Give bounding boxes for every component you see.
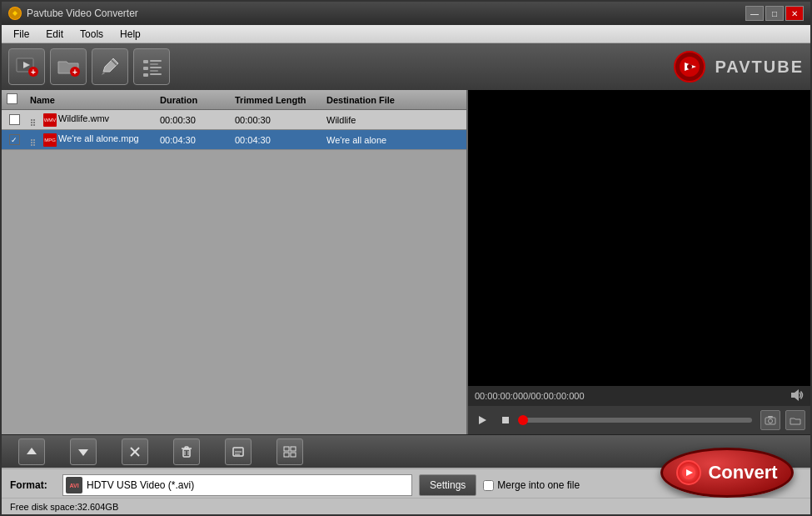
svg-rect-29	[183, 449, 190, 457]
svg-marker-19	[791, 389, 799, 401]
svg-rect-12	[150, 67, 162, 68]
convert-button-label: Convert	[708, 462, 777, 483]
play-button[interactable]	[473, 411, 491, 429]
row-dest-1: Wildlife	[326, 115, 466, 125]
svg-rect-14	[143, 73, 148, 77]
header-check[interactable]	[2, 93, 27, 106]
svg-rect-9	[150, 60, 162, 62]
svg-marker-25	[27, 448, 37, 454]
status-text: Free disk space:32.604GB	[10, 502, 118, 512]
merge-label-text: Merge into one file	[497, 479, 580, 491]
settings-button[interactable]: Settings	[419, 474, 476, 496]
menu-bar: File Edit Tools Help	[2, 25, 810, 43]
format-select[interactable]: HDTV USB Video (*.avi)	[62, 474, 412, 496]
folder-button[interactable]	[785, 410, 805, 430]
progress-thumb[interactable]	[518, 415, 528, 425]
snapshot-button[interactable]	[760, 410, 780, 430]
svg-text:+: +	[72, 68, 77, 77]
row-trimmed-1: 00:00:30	[235, 115, 326, 125]
window-controls: — □ ✕	[745, 6, 804, 21]
row-icon-1	[27, 113, 43, 126]
merge-video-button[interactable]	[276, 438, 303, 465]
remove-button[interactable]	[122, 438, 148, 465]
video-timecode: 00:00:00:000/00:00:00:000	[468, 386, 810, 406]
row-checkbox-2[interactable]: ✓	[2, 134, 27, 145]
svg-point-18	[687, 64, 692, 69]
menu-help[interactable]: Help	[112, 27, 149, 42]
volume-icon[interactable]	[789, 388, 804, 404]
status-bar: Free disk space:32.604GB	[2, 498, 810, 514]
toolbar-buttons: + +	[8, 48, 170, 85]
close-button[interactable]: ✕	[785, 6, 804, 21]
file-list-body: WMVWildlife.wmv 00:00:30 00:00:30 Wildli…	[2, 110, 466, 434]
delete-button[interactable]	[173, 438, 200, 465]
row-duration-1: 00:00:30	[160, 115, 235, 125]
app-window: Pavtube Video Converter — □ ✕ File Edit …	[0, 0, 812, 516]
svg-rect-37	[284, 447, 289, 451]
menu-file[interactable]: File	[5, 27, 37, 42]
file-list-pane: Name Duration Trimmed Length Destination…	[2, 90, 468, 434]
select-all-checkbox[interactable]	[7, 93, 17, 104]
subtitle-button[interactable]	[225, 438, 252, 465]
minimize-button[interactable]: —	[745, 6, 764, 21]
file-type-icon-1: WMV	[43, 113, 57, 127]
table-row[interactable]: ✓ MPGWe're all alone.mpg 00:04:30 00:04:…	[2, 130, 466, 150]
svg-rect-31	[185, 447, 188, 448]
move-up-button[interactable]	[18, 438, 45, 465]
pavtube-logo: PAVTUBE	[673, 50, 804, 83]
header-duration: Duration	[160, 95, 235, 105]
row-trimmed-2: 00:04:30	[235, 135, 326, 145]
svg-rect-8	[143, 60, 148, 63]
stop-button[interactable]	[496, 411, 515, 429]
svg-marker-20	[479, 416, 486, 424]
format-label: Format:	[10, 479, 56, 491]
row-name-2: MPGWe're all alone.mpg	[43, 133, 160, 147]
svg-rect-21	[502, 417, 509, 423]
maximize-button[interactable]: □	[765, 6, 784, 21]
svg-text:+: +	[31, 68, 36, 77]
drag-handle-2	[31, 139, 37, 146]
convert-button-icon	[676, 460, 701, 485]
app-icon	[8, 7, 22, 20]
merge-checkbox[interactable]	[483, 480, 494, 491]
main-content: Name Duration Trimmed Length Destination…	[2, 90, 810, 434]
edit-button[interactable]	[92, 48, 128, 85]
pavtube-logo-text: PAVTUBE	[715, 58, 804, 77]
svg-rect-15	[150, 73, 162, 75]
add-folder-button[interactable]: +	[50, 48, 87, 85]
drag-handle-1	[31, 119, 37, 126]
checkbox-2[interactable]: ✓	[9, 134, 20, 145]
svg-rect-24	[768, 416, 773, 418]
row-dest-2: We're all alone	[326, 135, 466, 145]
table-row[interactable]: WMVWildlife.wmv 00:00:30 00:00:30 Wildli…	[2, 110, 466, 130]
svg-rect-40	[291, 453, 296, 457]
svg-marker-26	[78, 449, 88, 456]
menu-tools[interactable]: Tools	[72, 27, 112, 42]
format-select-icon: AVI	[66, 477, 82, 493]
file-type-icon-2: MPG	[43, 133, 57, 147]
toolbar: + +	[2, 43, 810, 90]
list-button[interactable]	[133, 48, 170, 85]
row-checkbox-1[interactable]	[2, 114, 27, 125]
svg-rect-10	[150, 63, 158, 65]
header-destination: Destination File	[326, 95, 466, 105]
row-duration-2: 00:04:30	[160, 135, 235, 145]
progress-bar[interactable]	[523, 418, 752, 423]
title-text: Pavtube Video Converter	[27, 8, 138, 19]
timecode-text: 00:00:00:000/00:00:00:000	[475, 391, 585, 401]
pavtube-logo-icon	[673, 50, 706, 83]
add-video-button[interactable]: +	[8, 48, 45, 85]
svg-point-23	[769, 419, 773, 423]
svg-rect-13	[150, 70, 158, 72]
video-pane: 00:00:00:000/00:00:00:000	[468, 90, 810, 434]
header-name: Name	[27, 95, 160, 105]
menu-edit[interactable]: Edit	[37, 27, 72, 42]
header-trimmed: Trimmed Length	[235, 95, 326, 105]
checkbox-1[interactable]	[9, 114, 20, 125]
move-down-button[interactable]	[70, 438, 97, 465]
convert-button[interactable]: Convert	[660, 448, 794, 498]
title-bar-left: Pavtube Video Converter	[8, 7, 138, 20]
merge-label[interactable]: Merge into one file	[483, 479, 580, 491]
format-select-wrapper: AVI HDTV USB Video (*.avi)	[62, 474, 412, 496]
svg-rect-38	[291, 447, 296, 451]
